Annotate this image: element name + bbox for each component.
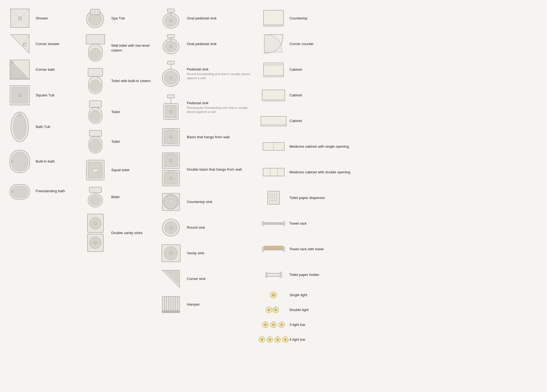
symbol-corner-bath (8, 59, 32, 80)
item-bidet: Bidet (81, 184, 157, 211)
label-freestanding-bath: Freestanding bath (36, 189, 79, 194)
svg-rect-124 (262, 90, 285, 100)
label-corner-bath: Corner bath (36, 67, 79, 72)
item-corner-sink: Corner sink (157, 266, 259, 292)
svg-rect-111 (162, 311, 180, 313)
symbol-ped-round (159, 59, 183, 88)
svg-point-40 (90, 80, 101, 92)
svg-point-146 (269, 200, 271, 201)
svg-rect-50 (89, 187, 102, 192)
svg-point-54 (89, 217, 101, 229)
svg-point-142 (269, 198, 271, 199)
label-medicine-single: Medicine cabinet with single opening (289, 144, 360, 149)
svg-point-171 (281, 324, 283, 326)
symbol-cabinet3 (261, 111, 286, 131)
svg-rect-35 (86, 35, 105, 44)
svg-point-46 (90, 139, 101, 152)
svg-point-99 (169, 200, 173, 204)
symbol-countertop-sink (159, 192, 183, 212)
item-ped-round: Pedestal sink Round freestanding sink th… (157, 57, 259, 90)
svg-point-148 (274, 200, 275, 201)
svg-point-173 (261, 339, 263, 341)
symbol-built-in-bath (8, 148, 32, 174)
label-round-sink: Round sink (187, 225, 257, 230)
item-oval-ped2: Oval pedestal sink (157, 31, 259, 57)
svg-point-37 (90, 48, 101, 60)
svg-rect-86 (164, 155, 178, 167)
item-toilet1: Toilet (81, 97, 157, 127)
svg-rect-21 (12, 152, 28, 171)
symbol-bidet (83, 186, 107, 208)
item-bath-tub: Bath Tub (5, 108, 81, 146)
svg-rect-158 (266, 272, 267, 278)
symbol-wall-toilet (83, 34, 107, 62)
symbol-basin-wall (159, 127, 183, 147)
symbol-square-tub (8, 85, 32, 105)
svg-point-18 (13, 114, 26, 139)
symbol-round-sink (159, 217, 183, 238)
svg-rect-15 (12, 87, 28, 103)
label-built-in-bath: Built-in bath (36, 159, 79, 164)
svg-rect-154 (262, 247, 264, 252)
svg-rect-92 (164, 172, 178, 184)
label-corner-counter: Corner counter (289, 42, 360, 46)
svg-marker-108 (165, 270, 178, 284)
svg-point-143 (272, 198, 273, 199)
label-cabinet3: Cabinet (289, 119, 360, 123)
item-shower: Shower (5, 5, 81, 31)
item-oval-ped1: Oval pedestal sink (157, 5, 259, 31)
label-countertop: Countertop (289, 16, 360, 21)
label-ped-round: Pedestal sink Round freestanding sink th… (187, 67, 257, 80)
symbol-hamper (159, 294, 183, 315)
svg-rect-49 (92, 169, 98, 172)
item-single-light: Single light (259, 288, 362, 302)
svg-point-163 (268, 309, 270, 311)
symbol-ped-rect (159, 93, 183, 121)
svg-rect-74 (167, 95, 174, 98)
symbol-corner-shower (8, 34, 32, 54)
main-grid: Shower Corner shower (5, 5, 542, 347)
item-corner-shower: Corner shower (5, 31, 81, 57)
svg-point-167 (264, 324, 266, 326)
label-squat-toilet: Squat toilet (111, 168, 154, 173)
svg-point-141 (276, 196, 277, 197)
svg-point-161 (272, 294, 275, 296)
svg-point-43 (90, 110, 100, 122)
symbol-corner-counter (261, 34, 286, 54)
svg-rect-125 (262, 100, 285, 101)
label-hamper: Hamper (187, 302, 257, 307)
item-tp-holder: Toilet paper holder (259, 262, 362, 288)
item-cabinet1: Cabinet (259, 57, 362, 82)
symbol-tp-dispenser (261, 188, 286, 208)
svg-rect-123 (264, 63, 283, 65)
label-corner-shower: Corner shower (36, 42, 79, 46)
svg-rect-150 (262, 223, 285, 224)
svg-point-102 (165, 221, 177, 234)
svg-point-57 (89, 237, 101, 249)
label-bath-tub: Bath Tub (36, 124, 79, 129)
item-vanity-sink: Vanity sink (157, 240, 259, 266)
item-built-in-bath: Built-in bath (5, 146, 81, 177)
label-4-light: 4 light bar (289, 337, 360, 342)
item-cabinet3: Cabinet (259, 108, 362, 134)
label-double-vanity: Double vanity sinks (111, 231, 154, 235)
item-cabinet2: Cabinet (259, 82, 362, 108)
symbol-4-light (261, 334, 286, 345)
symbol-double-vanity (83, 213, 107, 252)
svg-rect-156 (264, 246, 283, 249)
item-basin-wall: Basin that hangs from wall (157, 124, 259, 150)
item-corner-bath: Corner bath (5, 57, 81, 82)
label-towel-rack: Towel rack (289, 221, 360, 226)
svg-rect-155 (283, 247, 285, 252)
symbol-cabinet1 (261, 59, 286, 80)
symbol-shower (8, 8, 32, 28)
item-tp-dispenser: Toilet paper dispenser (259, 185, 362, 211)
svg-rect-41 (89, 101, 102, 107)
symbol-tp-holder (261, 265, 286, 285)
item-medicine-single: Medicine cabinet with single opening (259, 134, 362, 159)
item-countertop-sink: Countertop sink (157, 189, 259, 215)
symbol-medicine-single (261, 136, 286, 157)
item-corner-counter: Corner counter (259, 31, 362, 57)
symbol-toilet-builtin (83, 67, 107, 94)
item-round-sink: Round sink (157, 215, 259, 240)
